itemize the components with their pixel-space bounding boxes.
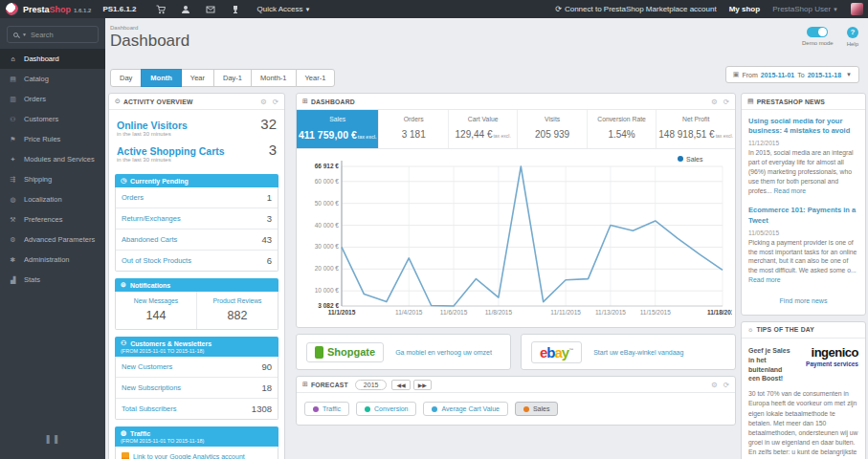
sidebar-item-preferences[interactable]: ⚒Preferences [0,209,105,230]
sidebar-search[interactable]: ▼ [7,26,99,43]
currently-pending-section: ◷Currently Pending Orders1 Return/Exchan… [115,174,278,272]
ebay-link[interactable]: Start uw eBay-winkel vandaag [593,349,683,356]
sidebar-item-orders[interactable]: ▥Orders [0,89,105,109]
forecast-year[interactable]: 2015 [355,380,388,390]
sidebar-item-localization[interactable]: ◍Localization [0,189,105,209]
prestashop-news-panel: ▤ PRESTASHOP NEWS Using social media for… [741,93,866,316]
user-menu[interactable]: PrestaShop User▼ [772,5,838,13]
ingenico-logo: ingenico Payment services [795,346,858,368]
gear-icon[interactable]: ⚙ [260,98,267,106]
news-excerpt: In 2015, social media are an integral pa… [748,148,858,195]
price-rules-icon: ⚑ [9,136,17,143]
search-icon [13,33,18,37]
range-button-year-1[interactable]: Year-1 [296,69,336,87]
find-more-news-link[interactable]: Find more news [742,289,865,315]
breadcrumb[interactable]: Dashboard [110,25,858,31]
kpi-tab-conversion-rate[interactable]: Conversion Rate1.54% [587,110,656,148]
range-button-day-1[interactable]: Day-1 [213,69,252,87]
pending-row-out-of-stock[interactable]: Out of Stock Products6 [116,250,278,271]
range-button-month[interactable]: Month [141,69,182,87]
refresh-icon[interactable]: ⟳ [723,98,729,106]
kpi-tab-orders[interactable]: Orders3 181 [378,110,447,148]
pending-row-abandoned-carts[interactable]: Abandoned Carts43 [116,229,278,250]
brand-shop: Shop [50,5,72,14]
range-button-year[interactable]: Year [181,69,214,87]
forecast-prev-button[interactable]: ◀◀ [391,380,410,390]
news-headline-link[interactable]: Using social media for your business: 4 … [748,117,858,136]
svg-text:60 000 €: 60 000 € [315,178,340,185]
online-visitors-link[interactable]: Online Visitors [117,120,188,131]
customers-row-subscribers[interactable]: Total Subscribers1308 [116,398,278,419]
brand-name: PrestaShop1.6.1.2 [23,5,91,14]
traffic-dot-icon [313,406,319,412]
news-article: Ecommerce 101: Payments in a Tweet 11/05… [742,199,865,288]
read-more-link[interactable]: Read more [748,276,781,283]
sidebar-item-modules[interactable]: ✦Modules and Services [0,149,105,169]
date-range-picker[interactable]: ▣ From 2015-11-01 To 2015-11-18 ▼ [725,66,859,83]
modules-notification-icon[interactable] [231,5,240,14]
cart-icon[interactable] [156,5,166,14]
kpi-tab-visits[interactable]: Visits205 939 [517,110,586,148]
orders-icon: ▥ [9,96,17,103]
customers-row-subscriptions[interactable]: New Subscriptions18 [116,377,278,398]
legend-button-traffic[interactable]: Traffic [304,402,349,416]
shopgate-link[interactable]: Ga mobiel en verhoog uw omzet [395,349,492,356]
sidebar-item-catalog[interactable]: ▤Catalog [0,69,105,89]
gear-icon[interactable]: ⚙ [711,98,718,106]
new-messages-cell[interactable]: New Messages144 [116,292,196,329]
product-reviews-cell[interactable]: Product Reviews882 [196,292,278,329]
my-shop-link[interactable]: My shop [729,5,760,13]
refresh-icon[interactable]: ⟳ [273,98,278,106]
news-date: 11/12/2015 [748,140,858,146]
customers-row-new[interactable]: New Customers90 [116,357,278,377]
svg-text:20 000 €: 20 000 € [315,265,340,272]
top-bar: PrestaShop1.6.1.2 PS1.6.1.2 Quick Access… [0,0,868,18]
sales-chart: 3 082 €10 000 €20 000 €30 000 €40 000 €5… [300,151,732,323]
catalog-icon: ▤ [9,76,17,83]
kpi-tab-cart-value[interactable]: Cart Value129,44 €tax excl. [448,110,517,148]
refresh-icon[interactable]: ⟳ [723,381,729,389]
demo-mode-toggle[interactable] [807,27,828,37]
read-more-link[interactable]: Read more [773,187,806,194]
kpi-tab-net-profit[interactable]: Net Profit148 918,51 €tax excl. [656,110,735,148]
google-analytics-link[interactable]: Link to your Google Analytics account [116,447,278,459]
range-button-month-1[interactable]: Month-1 [251,69,297,87]
kpi-tab-sales[interactable]: Sales411 759,00 €tax excl. [297,110,378,148]
gear-icon[interactable]: ⚙ [711,381,718,389]
legend-button-sales[interactable]: Sales [515,402,559,416]
shopgate-banner[interactable]: Shopgate Ga mobiel en verhoog uw omzet [296,334,511,370]
customer-icon[interactable] [181,5,190,14]
sidebar-item-administration[interactable]: ✱Administration [0,250,105,270]
shopgate-logo: Shopgate [306,342,384,362]
help-icon[interactable]: ? [847,27,858,38]
sidebar-item-dashboard[interactable]: ⌂Dashboard [0,49,105,69]
sidebar-item-stats[interactable]: ▟Stats [0,270,105,290]
tips-panel-title: TIPS OF THE DAY [756,326,814,333]
sidebar-item-advanced-parameters[interactable]: ⚙Advanced Parameters [0,230,105,250]
ebay-banner[interactable]: ebay™ Start uw eBay-winkel vandaag [521,334,736,370]
pending-row-orders[interactable]: Orders1 [116,187,278,208]
customers-date-range: (FROM 2015-11-01 TO 2015-11-18) [121,348,273,354]
quick-access-menu[interactable]: Quick Access▼ [257,5,311,13]
forecast-cart-icon: ⊞ [302,381,308,388]
svg-text:30 000 €: 30 000 € [315,243,340,250]
active-carts-link[interactable]: Active Shopping Carts [117,145,225,157]
legend-button-conversion[interactable]: Conversion [356,402,416,416]
search-input[interactable] [31,31,86,39]
sidebar-item-price-rules[interactable]: ⚑Price Rules [0,129,105,149]
legend-button-average-cart-value[interactable]: Average Cart Value [423,402,507,416]
activity-icon: ⊙ [115,98,121,105]
user-avatar[interactable] [851,3,863,15]
sidebar-collapse-button[interactable]: ❚❚ [0,434,105,444]
range-button-day[interactable]: Day [110,69,142,87]
forecast-panel-title: FORECAST [311,382,348,388]
marketplace-connect-link[interactable]: ⟳Connect to PrestaShop Marketplace accou… [555,5,716,13]
sidebar-item-shipping[interactable]: ⇶Shipping [0,169,105,189]
date-range-presets: Day Month Year Day-1 Month-1 Year-1 [110,69,335,87]
news-headline-link[interactable]: Ecommerce 101: Payments in a Tweet [748,206,858,225]
pending-row-returns[interactable]: Return/Exchanges3 [116,208,278,229]
sidebar-item-customers[interactable]: ⚇Customers [0,109,105,129]
search-scope-caret-icon[interactable]: ▼ [22,32,27,37]
forecast-next-button[interactable]: ▶▶ [413,380,432,390]
messages-icon[interactable] [206,5,215,14]
